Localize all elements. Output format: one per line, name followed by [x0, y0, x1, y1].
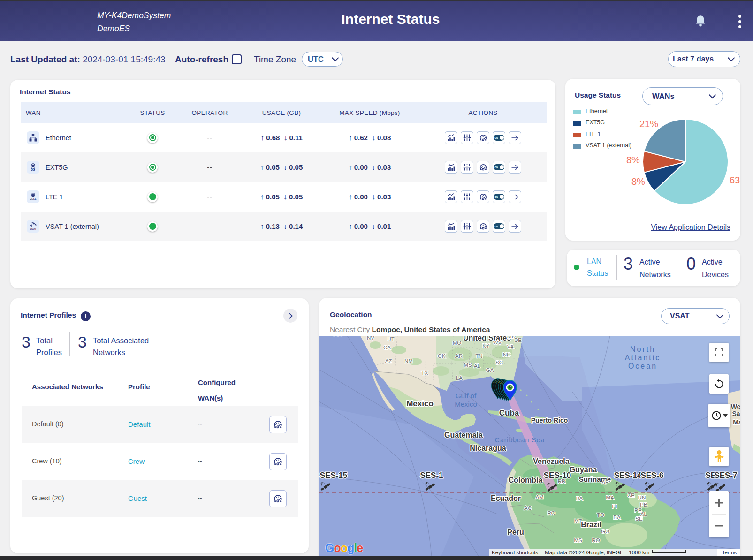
svg-text:Brazil: Brazil	[581, 521, 601, 529]
svg-text:AP: AP	[601, 479, 609, 485]
svg-text:AL: AL	[474, 363, 481, 369]
svg-text:LA: LA	[456, 375, 463, 381]
svg-text:MS: MS	[574, 537, 582, 543]
svg-text:Sa: Sa	[732, 410, 740, 417]
svg-text:RN: RN	[638, 495, 646, 500]
svg-text:MA: MA	[606, 495, 614, 500]
svg-text:United States: United States	[463, 336, 511, 342]
svg-text:Ocean: Ocean	[628, 362, 657, 370]
svg-text:SC: SC	[495, 360, 503, 365]
svg-text:Puerto Rico: Puerto Rico	[531, 416, 568, 424]
svg-text:Nicaragua: Nicaragua	[470, 444, 506, 452]
svg-text:MS: MS	[464, 362, 472, 368]
svg-text:Mexico: Mexico	[406, 399, 434, 408]
svg-text:AZ: AZ	[385, 358, 392, 364]
svg-text:Atlantic: Atlantic	[625, 354, 661, 362]
svg-text:PA: PA	[576, 496, 583, 501]
svg-text:AR: AR	[455, 353, 463, 359]
svg-text:SES-7: SES-7	[714, 471, 737, 480]
svg-text:OK: OK	[438, 353, 446, 359]
svg-text:CE: CE	[627, 492, 635, 498]
svg-text:Colombia: Colombia	[509, 476, 543, 484]
svg-text:North: North	[630, 345, 655, 353]
svg-text:Guyana: Guyana	[570, 466, 597, 474]
svg-text:AC: AC	[524, 505, 532, 511]
svg-text:NM: NM	[404, 358, 413, 364]
svg-text:Venezuela: Venezuela	[533, 457, 569, 465]
svg-text:SES-15: SES-15	[320, 471, 348, 480]
svg-text:Cuba: Cuba	[499, 409, 519, 417]
svg-text:We: We	[731, 403, 740, 410]
svg-text:DE: DE	[514, 337, 522, 343]
svg-text:SES-6: SES-6	[640, 471, 663, 480]
svg-text:MT: MT	[574, 518, 582, 524]
svg-text:TX: TX	[421, 370, 428, 376]
svg-text:SES-14: SES-14	[614, 471, 642, 480]
svg-text:TO: TO	[597, 512, 604, 518]
svg-text:RO: RO	[592, 537, 600, 543]
svg-text:AM: AM	[535, 494, 543, 500]
svg-text:NC: NC	[503, 352, 511, 357]
svg-text:CA: CA	[383, 345, 391, 350]
svg-text:NV: NV	[367, 336, 374, 341]
svg-text:Peru: Peru	[507, 528, 524, 536]
svg-text:Ma: Ma	[733, 418, 740, 426]
svg-text:KY: KY	[482, 343, 490, 348]
svg-text:Gulf of: Gulf of	[456, 392, 477, 400]
svg-text:Guatemala: Guatemala	[444, 431, 483, 439]
svg-text:PI: PI	[612, 504, 617, 509]
svg-text:Caribbean Sea: Caribbean Sea	[495, 436, 545, 444]
svg-text:UT: UT	[387, 336, 394, 342]
svg-text:PB: PB	[640, 502, 647, 507]
svg-text:GO: GO	[601, 529, 609, 534]
svg-text:SES-1: SES-1	[420, 471, 443, 480]
svg-text:GA: GA	[486, 367, 494, 373]
svg-text:TN: TN	[475, 353, 482, 359]
svg-text:SES-10: SES-10	[544, 471, 571, 480]
svg-text:BA: BA	[613, 515, 621, 520]
svg-text:MO: MO	[453, 340, 462, 346]
svg-text:WV: WV	[493, 340, 502, 345]
svg-text:AR: AR	[334, 336, 342, 337]
svg-text:Mexico: Mexico	[455, 400, 477, 408]
svg-text:SE: SE	[635, 516, 643, 522]
svg-text:VA: VA	[507, 344, 514, 349]
svg-text:RO: RO	[547, 510, 555, 516]
svg-text:Ecuador: Ecuador	[491, 494, 521, 502]
